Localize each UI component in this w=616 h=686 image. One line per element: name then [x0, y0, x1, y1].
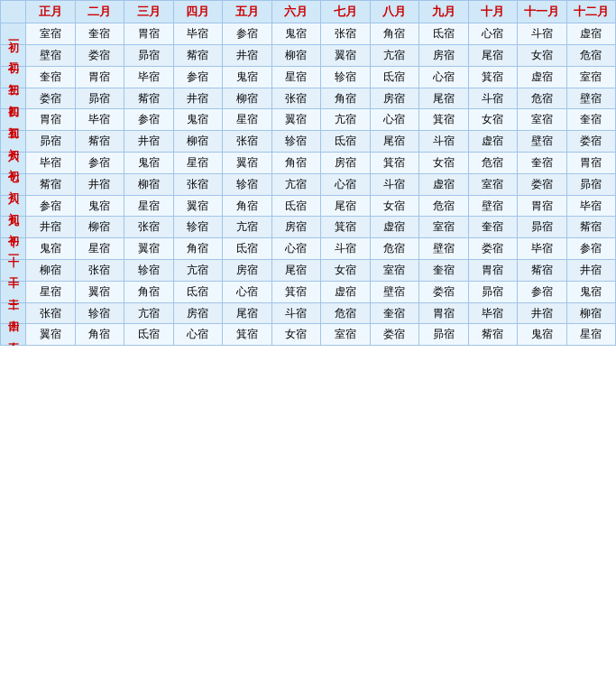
table-row: 初三奎宿胃宿毕宿参宿鬼宿星宿轸宿氐宿心宿箕宿虚宿室宿 — [1, 66, 616, 88]
cell-r8-c9: 壁宿 — [468, 195, 518, 217]
table-row: 初七毕宿参宿鬼宿星宿翼宿角宿房宿箕宿女宿危宿奎宿胃宿 — [1, 152, 616, 173]
cell-r1-c9: 尾宿 — [468, 44, 518, 66]
cell-r7-c2: 柳宿 — [124, 173, 174, 195]
cell-r10-c0: 鬼宿 — [26, 238, 76, 260]
cell-r8-c1: 鬼宿 — [75, 195, 124, 217]
cell-r13-c2: 亢宿 — [124, 302, 174, 324]
day-label-12: 十二 — [1, 259, 26, 281]
cell-r8-c10: 胃宿 — [518, 195, 567, 217]
month-header-7: 七月 — [321, 1, 371, 23]
cell-r12-c4: 心宿 — [223, 281, 272, 302]
cell-r7-c7: 斗宿 — [370, 173, 419, 195]
cell-r11-c5: 尾宿 — [271, 259, 321, 281]
cell-r1-c10: 女宿 — [518, 44, 567, 66]
cell-r9-c9: 奎宿 — [468, 217, 518, 238]
cell-r3-c10: 危宿 — [518, 88, 567, 109]
cell-r10-c7: 危宿 — [370, 238, 419, 260]
cell-r11-c2: 轸宿 — [124, 259, 174, 281]
cell-r1-c5: 柳宿 — [271, 44, 321, 66]
cell-r7-c3: 张宿 — [173, 173, 223, 195]
month-header-8: 八月 — [370, 1, 419, 23]
cell-r4-c8: 箕宿 — [419, 109, 469, 131]
cell-r4-c0: 胃宿 — [26, 109, 76, 131]
cell-r3-c4: 柳宿 — [223, 88, 272, 109]
cell-r13-c0: 张宿 — [26, 302, 76, 324]
cell-r1-c3: 觜宿 — [173, 44, 223, 66]
cell-r0-c10: 斗宿 — [518, 23, 567, 45]
cell-r6-c2: 鬼宿 — [124, 152, 174, 173]
cell-r11-c4: 房宿 — [223, 259, 272, 281]
cell-r5-c6: 氐宿 — [321, 131, 371, 153]
cell-r6-c11: 胃宿 — [566, 152, 616, 173]
cell-r4-c4: 星宿 — [223, 109, 272, 131]
day-label-3: 初三 — [1, 66, 26, 88]
cell-r3-c0: 娄宿 — [26, 88, 76, 109]
cell-r7-c10: 娄宿 — [518, 173, 567, 195]
cell-r2-c9: 箕宿 — [468, 66, 518, 88]
cell-r4-c1: 毕宿 — [75, 109, 124, 131]
cell-r0-c0: 室宿 — [26, 23, 76, 45]
cell-r3-c9: 斗宿 — [468, 88, 518, 109]
cell-r0-c7: 角宿 — [370, 23, 419, 45]
cell-r8-c0: 参宿 — [26, 195, 76, 217]
month-header-5: 五月 — [223, 1, 272, 23]
cell-r5-c5: 轸宿 — [271, 131, 321, 153]
table-row: 十四张宿轸宿亢宿房宿尾宿斗宿危宿奎宿胃宿毕宿井宿柳宿 — [1, 302, 616, 324]
cell-r2-c10: 虚宿 — [518, 66, 567, 88]
cell-r8-c11: 毕宿 — [566, 195, 616, 217]
month-header-3: 三月 — [124, 1, 174, 23]
cell-r7-c5: 亢宿 — [271, 173, 321, 195]
cell-r10-c4: 氐宿 — [223, 238, 272, 260]
table-row: 十一鬼宿星宿翼宿角宿氐宿心宿斗宿危宿壁宿娄宿毕宿参宿 — [1, 238, 616, 260]
cell-r0-c4: 参宿 — [223, 23, 272, 45]
cell-r5-c8: 斗宿 — [419, 131, 469, 153]
cell-r4-c2: 参宿 — [124, 109, 174, 131]
day-label-10: 初十 — [1, 217, 26, 238]
cell-r3-c7: 房宿 — [370, 88, 419, 109]
cell-r6-c3: 星宿 — [173, 152, 223, 173]
table-row: 十三星宿翼宿角宿氐宿心宿箕宿虚宿壁宿娄宿昴宿参宿鬼宿 — [1, 281, 616, 302]
table-row: 初十井宿柳宿张宿轸宿亢宿房宿箕宿虚宿室宿奎宿昴宿觜宿 — [1, 217, 616, 238]
cell-r14-c9: 觜宿 — [468, 324, 518, 346]
cell-r3-c1: 昴宿 — [75, 88, 124, 109]
day-label-5: 初五 — [1, 109, 26, 131]
cell-r6-c5: 角宿 — [271, 152, 321, 173]
day-label-4: 初四 — [1, 88, 26, 109]
cell-r11-c6: 女宿 — [321, 259, 371, 281]
cell-r10-c3: 角宿 — [173, 238, 223, 260]
cell-r8-c4: 角宿 — [223, 195, 272, 217]
day-label-2: 初二 — [1, 44, 26, 66]
cell-r14-c6: 室宿 — [321, 324, 371, 346]
cell-r1-c1: 娄宿 — [75, 44, 124, 66]
cell-r11-c7: 室宿 — [370, 259, 419, 281]
cell-r9-c1: 柳宿 — [75, 217, 124, 238]
table-row: 十五翼宿角宿氐宿心宿箕宿女宿室宿娄宿昴宿觜宿鬼宿星宿 — [1, 324, 616, 346]
day-label-8: 初八 — [1, 173, 26, 195]
cell-r14-c11: 星宿 — [566, 324, 616, 346]
cell-r0-c5: 鬼宿 — [271, 23, 321, 45]
day-label-7: 初七 — [1, 152, 26, 173]
cell-r13-c10: 井宿 — [518, 302, 567, 324]
cell-r14-c7: 娄宿 — [370, 324, 419, 346]
day-label-9: 初九 — [1, 195, 26, 217]
cell-r13-c8: 胃宿 — [419, 302, 469, 324]
cell-r14-c4: 箕宿 — [223, 324, 272, 346]
cell-r10-c8: 壁宿 — [419, 238, 469, 260]
cell-r9-c7: 虚宿 — [370, 217, 419, 238]
cell-r8-c2: 星宿 — [124, 195, 174, 217]
cell-r10-c6: 斗宿 — [321, 238, 371, 260]
month-header-1: 正月 — [26, 1, 76, 23]
cell-r5-c10: 壁宿 — [518, 131, 567, 153]
cell-r13-c4: 尾宿 — [223, 302, 272, 324]
cell-r9-c6: 箕宿 — [321, 217, 371, 238]
table-row: 初六昴宿觜宿井宿柳宿张宿轸宿氐宿尾宿斗宿虚宿壁宿娄宿 — [1, 131, 616, 153]
cell-r3-c11: 壁宿 — [566, 88, 616, 109]
cell-r5-c9: 虚宿 — [468, 131, 518, 153]
cell-r4-c11: 奎宿 — [566, 109, 616, 131]
cell-r9-c2: 张宿 — [124, 217, 174, 238]
cell-r14-c8: 昴宿 — [419, 324, 469, 346]
cell-r14-c3: 心宿 — [173, 324, 223, 346]
cell-r2-c5: 星宿 — [271, 66, 321, 88]
cell-r6-c9: 危宿 — [468, 152, 518, 173]
cell-r5-c2: 井宿 — [124, 131, 174, 153]
